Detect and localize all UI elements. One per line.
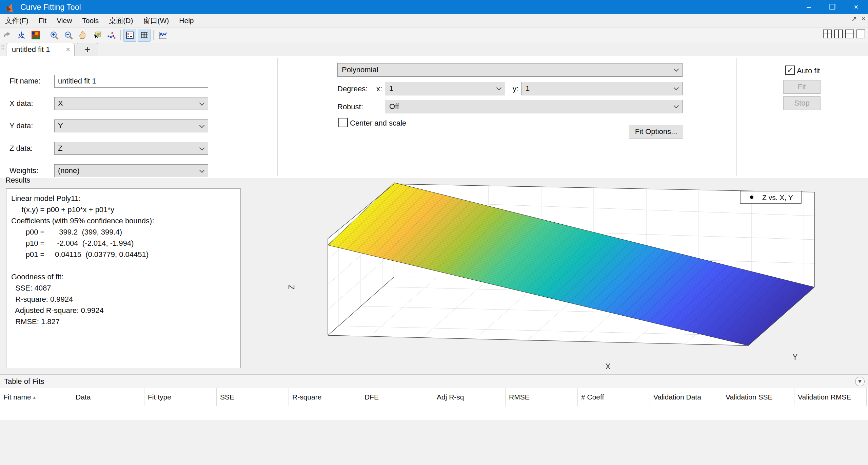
scatter-3d-icon[interactable] [15,29,28,42]
degrees-label: Degrees: [337,85,368,93]
menu-item-4[interactable]: 桌面(D) [104,16,138,25]
column-header[interactable]: Fit type [144,388,217,406]
field-label: Fit name: [9,77,54,86]
fit-type-select[interactable]: Polynomial [337,63,683,77]
robust-select[interactable]: Off [385,100,683,113]
z-data-select[interactable]: Z [54,142,208,155]
layout-two-vertical-icon[interactable] [833,29,844,39]
tab-drag-handle[interactable]: ⁞⁞ [1,44,3,52]
exclude-outliers-icon[interactable]: xx [105,29,118,42]
fit-options-button[interactable]: Fit Options... [629,125,683,138]
surface-contour-icon[interactable] [29,29,42,42]
column-header[interactable]: DFE [361,388,433,406]
column-header[interactable]: # Coeff [578,388,650,406]
tab-label: untitled fit 1 [12,45,50,54]
field-label: Weights: [9,166,54,175]
plot-canvas[interactable]: X Y Z Z vs. X, Y [253,169,867,374]
degree-y-label: y: [513,85,518,93]
minimize-button[interactable]: – [797,0,821,14]
matlab-logo-icon [5,2,16,12]
results-panel-title: Results [5,176,30,185]
layout-quad-icon[interactable] [822,29,832,39]
stop-button[interactable]: Stop [783,96,821,110]
legend-label: Z vs. X, Y [762,193,793,201]
center-and-scale-label: Center and scale [350,119,406,128]
menu-item-2[interactable]: View [52,17,77,25]
table-of-fits-header: Table of Fits [0,374,868,389]
grid-toggle-icon[interactable] [138,29,151,42]
table-empty-area [0,420,868,465]
table-of-fits-title: Table of Fits [4,377,44,386]
svg-text:x: x [114,36,116,40]
z-axis-label: Z [287,285,296,290]
plot-legend[interactable]: Z vs. X, Y [740,191,801,203]
title-bar: Curve Fitting Tool – ❐ × [0,0,868,14]
y-data-select[interactable]: Y [54,119,208,132]
menu-item-1[interactable]: Fit [34,17,52,25]
rotate-3d-icon[interactable] [1,29,14,42]
robust-label: Robust: [337,103,363,111]
center-and-scale-checkbox[interactable] [338,118,348,127]
table-header-row: Fit name▴DataFit typeSSER-squareDFEAdj R… [0,388,868,406]
add-tab-button[interactable]: + [77,43,98,56]
x-data-select[interactable]: X [54,97,208,110]
degree-x-select[interactable]: 1 [385,82,505,95]
tab-close-icon[interactable]: × [66,45,70,54]
fit-name-input[interactable]: untitled fit 1 [54,75,208,88]
fit-settings-panel: Fit name:untitled fit 1X data:XY data:YZ… [0,56,868,178]
table-row[interactable] [0,406,868,421]
toolbar: xx [0,27,868,43]
pane-layout-buttons [822,29,866,39]
close-button[interactable]: × [844,0,868,14]
column-header[interactable]: RMSE [506,388,578,406]
zoom-out-icon[interactable] [62,29,75,42]
results-text[interactable]: Linear model Poly11: f(x,y) = p00 + p10*… [6,188,241,368]
column-header[interactable]: Validation Data [650,388,722,406]
svg-text:x: x [111,31,114,35]
collapse-table-icon[interactable]: ▼ [855,377,865,386]
curve-fitting-tool-window: Curve Fitting Tool – ❐ × 文件(F)FitViewToo… [0,0,868,465]
maximize-button[interactable]: ❐ [821,0,844,14]
tab-row [0,43,868,56]
tab-untitled-fit-1[interactable]: untitled fit 1 × [6,43,75,56]
close-panel-icon[interactable]: × [862,15,865,23]
column-header[interactable]: Validation RMSE [794,388,867,406]
auto-fit-checkbox[interactable]: ✓ [785,66,795,75]
menu-bar: 文件(F)FitViewTools桌面(D)窗口(W)Help [0,14,868,27]
field-label: Z data: [9,144,54,153]
degree-x-label: x: [376,85,382,93]
field-label: X data: [9,99,54,108]
y-axis-label: Y [792,353,797,361]
column-header[interactable]: SSE [217,388,289,406]
menu-item-6[interactable]: Help [174,17,199,25]
menu-item-3[interactable]: Tools [77,17,104,25]
legend-toggle-icon[interactable] [123,29,136,42]
datatip-icon[interactable] [91,29,103,42]
column-header[interactable]: R-square [289,388,361,406]
degree-y-select[interactable]: 1 [521,82,683,95]
layout-single-icon[interactable] [856,29,866,39]
auto-fit-label: Auto fit [797,67,820,75]
fit-button[interactable]: Fit [783,80,821,94]
pan-icon[interactable] [76,29,89,42]
undock-icon[interactable]: ↗ [851,15,857,23]
column-header[interactable]: Adj R-sq [433,388,506,406]
column-header[interactable]: Fit name▴ [0,388,72,406]
window-title: Curve Fitting Tool [20,3,81,12]
zoom-in-icon[interactable] [48,29,61,42]
field-label: Y data: [9,122,54,130]
column-header[interactable]: Data [72,388,144,406]
legend-marker [750,196,753,199]
menu-item-0[interactable]: 文件(F) [0,16,34,25]
menu-item-5[interactable]: 窗口(W) [138,16,174,25]
residuals-icon[interactable] [156,29,169,42]
x-axis-label: X [605,362,610,371]
layout-two-horizontal-icon[interactable] [845,29,855,39]
weights-select[interactable]: (none) [54,164,208,177]
column-header[interactable]: Validation SSE [722,388,794,406]
